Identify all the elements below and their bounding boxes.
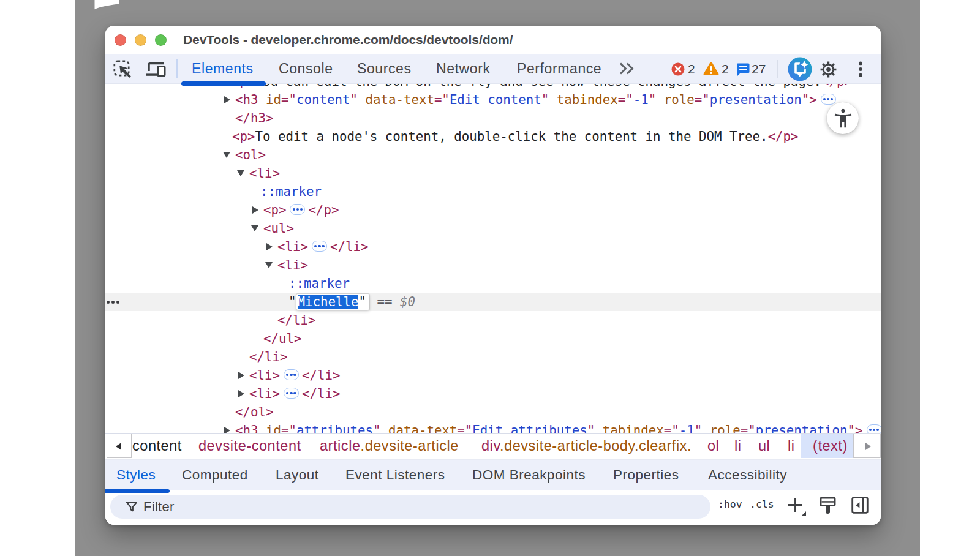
- settings-gear-icon[interactable]: [820, 61, 837, 78]
- dom-node-text: <li>: [249, 164, 280, 182]
- syntax-segment: presentation: [710, 92, 802, 107]
- collapse-arrow-icon[interactable]: [265, 262, 273, 268]
- syntax-segment: <p>: [263, 203, 286, 217]
- collapse-arrow-icon[interactable]: [223, 152, 230, 158]
- dom-tree-row[interactable]: <li></li>: [105, 366, 881, 385]
- syntax-segment: ": [541, 92, 557, 107]
- expand-arrow-icon[interactable]: [266, 243, 273, 250]
- breadcrumb-li[interactable]: li: [734, 434, 742, 458]
- more-tabs-icon[interactable]: [619, 62, 636, 75]
- syntax-segment: ": [373, 423, 388, 433]
- breadcrumb-content[interactable]: content: [132, 434, 182, 458]
- breadcrumb-div[interactable]: div.devsite-article-body.clearfix.: [481, 434, 692, 458]
- syntax-segment: </p>: [308, 203, 339, 217]
- dom-tree-row[interactable]: <p></p>: [105, 201, 881, 219]
- expand-arrow-icon[interactable]: [224, 96, 230, 103]
- syntax-segment: content: [296, 92, 350, 107]
- tab-styles[interactable]: Styles: [116, 460, 156, 490]
- warning-count-icon[interactable]: [703, 62, 719, 76]
- expand-arrow-icon[interactable]: [238, 372, 244, 379]
- dom-tree-row[interactable]: <li>: [105, 164, 881, 182]
- inline-text-editor[interactable]: Michelle": [296, 294, 369, 310]
- dom-tree-row[interactable]: <p>To edit a node's content, double-clic…: [105, 127, 881, 146]
- tab-accessibility[interactable]: Accessibility: [708, 460, 787, 490]
- syntax-segment: <li>: [277, 258, 308, 272]
- styles-filter-row: Filter :hov .cls: [105, 490, 881, 525]
- tab-layout[interactable]: Layout: [276, 460, 319, 490]
- close-window-button[interactable]: [115, 34, 126, 46]
- chevron-right-icon: [865, 443, 871, 450]
- breadcrumb-scroll-right-button[interactable]: [853, 434, 881, 458]
- breadcrumb-devsite-content[interactable]: devsite-content: [198, 434, 301, 458]
- dom-tree-row[interactable]: </ul>: [105, 329, 881, 348]
- text-quote: ": [358, 295, 366, 309]
- tab-event-listeners[interactable]: Event Listeners: [345, 460, 445, 490]
- dom-tree-row[interactable]: </li>: [105, 348, 881, 366]
- tab-dom-breakpoints[interactable]: DOM Breakpoints: [472, 460, 586, 490]
- expand-arrow-icon[interactable]: [224, 427, 230, 434]
- dom-tree-row[interactable]: <h3 id="attributes" data-text="Edit attr…: [105, 421, 881, 433]
- accessibility-person-button[interactable]: [827, 102, 859, 134]
- breadcrumb-ul[interactable]: ul: [758, 434, 770, 458]
- kebab-menu-icon[interactable]: [858, 61, 863, 77]
- dom-tree-row[interactable]: <li>: [105, 256, 881, 274]
- filter-input[interactable]: Filter: [110, 495, 710, 519]
- tab-network[interactable]: Network: [436, 54, 491, 83]
- collapsed-children-ellipsis-badge[interactable]: [821, 94, 836, 105]
- dom-tree-row[interactable]: </h3>: [105, 109, 881, 127]
- breadcrumb-article[interactable]: article.devsite-article: [320, 434, 459, 458]
- collapse-arrow-icon[interactable]: [237, 170, 244, 176]
- issues-count-icon[interactable]: [736, 62, 750, 77]
- expand-arrow-icon[interactable]: [238, 390, 244, 397]
- collapsed-children-ellipsis-badge[interactable]: [290, 204, 305, 215]
- tab-properties[interactable]: Properties: [613, 460, 679, 490]
- tab-performance[interactable]: Performance: [517, 54, 601, 83]
- maximize-window-button[interactable]: [155, 34, 167, 46]
- dom-tree-row[interactable]: <h3 id="content" data-text="Edit content…: [105, 91, 881, 109]
- element-classes-button[interactable]: .cls: [750, 490, 774, 519]
- tab-console[interactable]: Console: [279, 54, 333, 83]
- dom-tree-row[interactable]: ::marker: [105, 274, 881, 293]
- collapsed-children-ellipsis-badge[interactable]: [284, 369, 299, 380]
- dom-tree-row[interactable]: <ol>: [105, 146, 881, 164]
- new-style-rule-button[interactable]: [787, 497, 808, 517]
- syntax-segment: $0: [400, 295, 415, 309]
- dom-tree-row[interactable]: </li>: [105, 311, 881, 329]
- toolbar-divider-right: [777, 60, 778, 78]
- collapsed-children-ellipsis-badge[interactable]: [867, 424, 881, 433]
- tab-sources[interactable]: Sources: [357, 54, 412, 83]
- dom-tree-row[interactable]: ::marker: [105, 182, 881, 201]
- selected-text-value: Michelle: [298, 295, 359, 309]
- collapse-arrow-icon[interactable]: [251, 225, 258, 231]
- syntax-segment: </li>: [249, 350, 287, 364]
- syntax-segment: =": [741, 423, 756, 433]
- breadcrumb-scroll-left-button[interactable]: [107, 434, 132, 458]
- inspect-element-icon[interactable]: [113, 60, 132, 79]
- breadcrumb-text-node[interactable]: (text): [813, 434, 848, 458]
- expand-arrow-icon[interactable]: [252, 206, 258, 214]
- minimize-window-button[interactable]: [135, 34, 146, 46]
- collapsed-children-ellipsis-badge[interactable]: [284, 388, 299, 399]
- ai-assistance-button[interactable]: [788, 57, 812, 81]
- dom-tree-row[interactable]: <li></li>: [105, 238, 881, 256]
- syntax-segment: </li>: [302, 368, 340, 383]
- syntax-segment: data-text: [365, 92, 434, 107]
- rendering-brush-icon[interactable]: [820, 497, 836, 515]
- error-count-icon[interactable]: [671, 62, 685, 76]
- dom-node-text: <h3 id="content" data-text="Edit content…: [235, 91, 839, 109]
- screenshot-stage: DevTools - developer.chrome.com/docs/dev…: [0, 0, 980, 556]
- dom-tree-row[interactable]: <ul>: [105, 219, 881, 238]
- breadcrumb-ol[interactable]: ol: [707, 434, 719, 458]
- dom-tree-row-selected[interactable]: "Michelle" == $0: [105, 293, 881, 311]
- dom-tree-row[interactable]: <li></li>: [105, 385, 881, 403]
- breadcrumb-li-2[interactable]: li: [788, 434, 795, 458]
- dock-sidebar-icon[interactable]: [851, 497, 869, 514]
- toggle-element-state-button[interactable]: :hov: [718, 490, 742, 519]
- syntax-segment: id: [266, 92, 281, 107]
- toggle-device-toolbar-icon[interactable]: [145, 62, 167, 78]
- filter-placeholder: Filter: [143, 495, 175, 519]
- tab-elements[interactable]: Elements: [192, 54, 254, 83]
- dom-tree-row[interactable]: </ol>: [105, 403, 881, 421]
- tab-computed[interactable]: Computed: [182, 460, 248, 490]
- collapsed-children-ellipsis-badge[interactable]: [312, 241, 327, 252]
